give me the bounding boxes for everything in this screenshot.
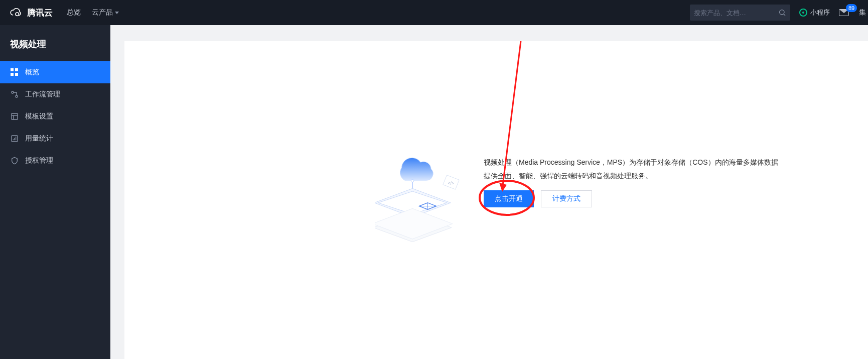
service-description: 视频处理（Media Processing Service，MPS）为存储于对象…: [484, 156, 785, 182]
chevron-down-icon: [115, 12, 119, 14]
search-icon: [778, 9, 786, 17]
cta-row: 点击开通 计费方式: [484, 190, 785, 207]
template-icon: [10, 112, 19, 121]
svg-rect-9: [12, 113, 18, 119]
cloud-stack-illustration: </>: [375, 142, 471, 242]
svg-rect-3: [11, 68, 14, 71]
cloud-logo-icon: [9, 6, 22, 19]
grid-icon: [10, 68, 19, 77]
messages-badge: 89: [846, 4, 857, 12]
sidebar-item-label: 模板设置: [25, 112, 53, 121]
sidebar-item-label: 概览: [25, 68, 39, 77]
svg-rect-4: [15, 68, 18, 71]
nav-products[interactable]: 云产品: [92, 8, 119, 17]
miniprogram-label: 小程序: [810, 8, 830, 17]
miniprogram-link[interactable]: 小程序: [799, 8, 830, 17]
brand-text: 腾讯云: [27, 7, 53, 19]
main-area: </> 视频处理（Media Processing Service，MPS）为存…: [110, 25, 868, 359]
nav-overview[interactable]: 总览: [67, 8, 81, 17]
nav-products-label: 云产品: [92, 8, 113, 17]
svg-point-0: [16, 13, 19, 16]
svg-rect-6: [15, 73, 18, 76]
svg-line-2: [784, 14, 785, 16]
hero-block: </> 视频处理（Media Processing Service，MPS）为存…: [375, 142, 785, 242]
sidebar-item-workflow[interactable]: 工作流管理: [0, 83, 110, 105]
sidebar-item-auth[interactable]: 授权管理: [0, 150, 110, 172]
svg-text:</>: </>: [448, 181, 454, 186]
pricing-button[interactable]: 计费方式: [541, 190, 592, 207]
search-box[interactable]: [690, 5, 790, 21]
sidebar-item-label: 授权管理: [25, 156, 53, 165]
sidebar-item-label: 用量统计: [25, 134, 53, 143]
stats-icon: [10, 134, 19, 143]
svg-rect-5: [11, 73, 14, 76]
svg-point-14: [411, 179, 414, 182]
description-block: 视频处理（Media Processing Service，MPS）为存储于对象…: [484, 142, 785, 207]
sidebar-title: 视频处理: [0, 34, 110, 61]
svg-marker-23: [375, 208, 453, 239]
activate-button[interactable]: 点击开通: [484, 190, 534, 207]
sidebar-item-overview[interactable]: 概览: [0, 61, 110, 83]
header-trail: 集: [859, 8, 868, 17]
svg-point-8: [16, 95, 18, 97]
workflow-icon: [10, 90, 19, 99]
brand-block[interactable]: 腾讯云: [9, 6, 53, 19]
sidebar-item-usage[interactable]: 用量统计: [0, 128, 110, 150]
search-input[interactable]: [694, 9, 778, 17]
top-bar: 腾讯云 总览 云产品 小程序 89 集: [0, 0, 868, 25]
messages-button[interactable]: 89: [839, 9, 850, 16]
sidebar-item-templates[interactable]: 模板设置: [0, 105, 110, 128]
sidebar: 视频处理 概览 工作流管理 模板设置 用量统计 授权管理: [0, 25, 110, 359]
auth-icon: [10, 156, 19, 165]
svg-point-1: [780, 10, 784, 15]
sidebar-item-label: 工作流管理: [25, 90, 60, 99]
content-panel: </> 视频处理（Media Processing Service，MPS）为存…: [124, 41, 868, 359]
miniprogram-icon: [799, 9, 807, 17]
svg-point-7: [12, 91, 14, 93]
